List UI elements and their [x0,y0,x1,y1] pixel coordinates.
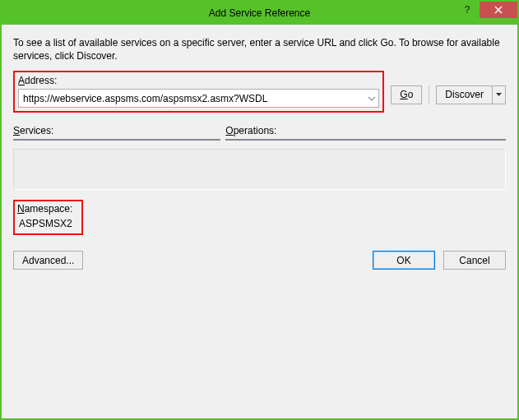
discover-dropdown-button[interactable] [493,85,506,104]
ok-button[interactable]: OK [373,251,435,270]
discover-split-button: Discover [436,85,506,104]
address-combobox[interactable] [18,89,379,108]
go-button[interactable]: Go [391,85,422,104]
operations-column: Operations: [225,125,506,141]
address-row: Address: Go Discover [13,71,506,118]
services-column: Services: [13,125,220,141]
namespace-row: Namespace: [13,200,506,238]
operations-label: Operations: [225,125,506,136]
namespace-label: Namespace: [17,203,79,215]
svg-marker-2 [496,93,502,96]
close-button[interactable] [480,2,517,18]
separator [429,85,429,104]
dialog-body: To see a list of available services on a… [2,25,517,278]
namespace-input-inner[interactable] [17,216,79,231]
services-listbox[interactable] [13,139,220,141]
dialog-window: Add Service Reference ? To see a list of… [0,0,519,420]
description-text: To see a list of available services on a… [13,36,506,62]
chevron-down-icon [496,93,502,96]
close-icon [494,6,503,14]
services-label: Services: [13,125,220,136]
status-area [13,149,506,190]
discover-button[interactable]: Discover [436,85,493,104]
footer-row: Advanced... OK Cancel [13,251,506,270]
window-title: Add Service Reference [2,7,517,19]
address-label: Address: [18,75,379,86]
operations-listbox[interactable] [225,139,506,141]
advanced-button[interactable]: Advanced... [13,251,83,270]
namespace-input[interactable] [13,215,506,233]
address-highlight: Address: [13,71,384,113]
title-bar: Add Service Reference ? [2,2,517,25]
cancel-button[interactable]: Cancel [443,251,506,270]
namespace-highlight: Namespace: [13,200,83,235]
panes-row: Services: Operations: [13,125,506,141]
title-buttons: ? [455,2,517,20]
chevron-down-icon[interactable] [364,94,378,103]
address-input[interactable] [19,90,364,107]
help-button[interactable]: ? [455,2,480,18]
